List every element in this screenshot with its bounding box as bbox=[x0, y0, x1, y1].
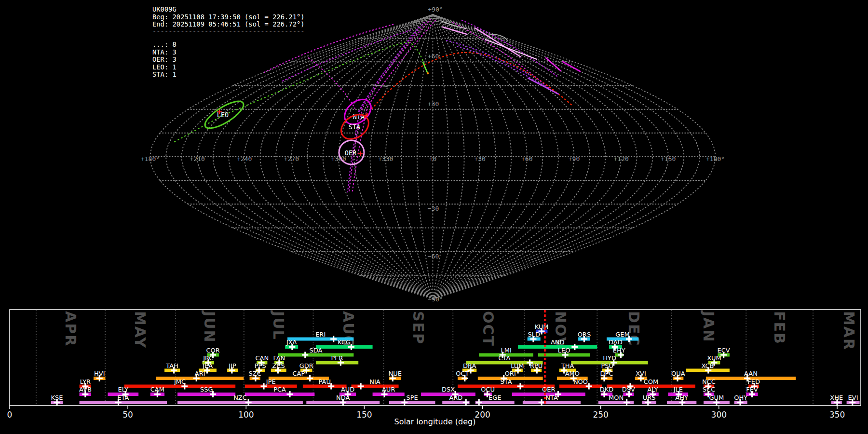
month-label-OCT: OCT bbox=[480, 311, 497, 347]
shower-label-EHY: EHY bbox=[613, 347, 625, 354]
x-axis: Solar longitude (deg) 050100150200250300… bbox=[7, 406, 845, 426]
shower-label-NOO: NOO bbox=[573, 378, 588, 385]
lat-label: +60 bbox=[428, 53, 439, 60]
shower-activity-bars: KUMERISLDORSGEMJXAKCGANDDADCORSDALMILEOE… bbox=[51, 323, 860, 406]
shower-bar-NOO bbox=[559, 385, 602, 388]
shower-label-JPE: JPE bbox=[266, 378, 276, 385]
shower-label-GEM: GEM bbox=[615, 331, 630, 338]
shower-label-AMO: AMO bbox=[565, 370, 580, 377]
count-OER: OER: 3 bbox=[152, 55, 176, 63]
shower-label-THA: THA bbox=[561, 362, 574, 369]
shower-NUE: NUE bbox=[388, 370, 401, 381]
shower-label-CAP: CAP bbox=[292, 370, 305, 377]
shower-label-URS: URS bbox=[643, 394, 656, 401]
shower-CAM: CAM bbox=[150, 386, 164, 397]
lon-label: +60 bbox=[521, 155, 532, 163]
x-tick-label: 350 bbox=[829, 410, 845, 420]
lon-label: +0 bbox=[429, 155, 437, 163]
shower-EGE: EGE bbox=[475, 394, 515, 406]
shower-label-NIA: NIA bbox=[369, 378, 380, 385]
shower-label-JXA: JXA bbox=[286, 339, 297, 346]
shower-JXA: JXA bbox=[285, 339, 298, 350]
month-label-FEB: FEB bbox=[771, 311, 788, 345]
lat-label: +30 bbox=[428, 100, 439, 108]
shower-bar-PCA bbox=[245, 393, 315, 396]
shower-bar-JPE bbox=[245, 385, 297, 388]
shower-count-list: ...: 8NTA: 3OER: 3LEO: 1STA: 1 bbox=[152, 41, 176, 78]
meteor-trail-3 bbox=[486, 40, 537, 59]
station-info-block: UK009G Beg: 20251108 17:39:50 (sol = 226… bbox=[152, 5, 305, 78]
shower-ORS: ORS bbox=[578, 331, 591, 342]
shower-label-COM: COM bbox=[644, 378, 659, 385]
count-LEO: LEO: 1 bbox=[152, 63, 176, 71]
shower-label-JLE: JLE bbox=[673, 386, 683, 393]
lon-label: +270 bbox=[284, 155, 299, 163]
separator-line: -------------------------------------- bbox=[152, 27, 305, 35]
shower-label-ORI: ORI bbox=[505, 370, 516, 377]
month-label-DEC: DEC bbox=[625, 311, 642, 346]
shower-label-MON: MON bbox=[609, 394, 624, 401]
shower-label-SDA: SDA bbox=[309, 347, 322, 354]
lon-label: +30 bbox=[474, 155, 485, 163]
month-label-JUN: JUN bbox=[201, 310, 218, 343]
plot-canvas: +90° −90° +180°+150+120+90+60+30+0+330+3… bbox=[0, 0, 868, 434]
shower-label-ARD: ARD bbox=[449, 394, 462, 401]
shower-XCB: XCB bbox=[686, 362, 730, 374]
shower-label-STA: STA bbox=[501, 378, 512, 385]
shower-bar-SPE bbox=[389, 401, 435, 404]
trail-end-dot bbox=[427, 72, 429, 74]
shower-bar-SSG bbox=[177, 393, 235, 396]
shower-label-PAU: PAU bbox=[319, 378, 331, 385]
shower-bar-PAU bbox=[303, 385, 347, 388]
shower-label-ERI: ERI bbox=[315, 331, 326, 338]
shower-XHE: XHE bbox=[830, 394, 843, 406]
shower-label-NUE: NUE bbox=[388, 370, 401, 377]
count-dotdotdot: ...: 8 bbox=[152, 41, 176, 48]
shower-label-EGE: EGE bbox=[488, 394, 502, 401]
shower-FEV: FEV bbox=[746, 386, 758, 397]
lon-label: +240 bbox=[237, 155, 252, 163]
shower-TAH: TAH bbox=[164, 362, 180, 374]
shower-label-LEO: LEO bbox=[558, 347, 570, 354]
month-label-JAN: JAN bbox=[700, 310, 717, 343]
pole-label-north: +90° bbox=[428, 6, 443, 13]
month-label-MAR: MAR bbox=[841, 311, 857, 351]
radiant-map-screenshot: +90° −90° +180°+150+120+90+60+30+0+330+3… bbox=[0, 0, 868, 434]
month-label-APR: APR bbox=[62, 311, 79, 347]
lon-label: +120 bbox=[614, 155, 629, 163]
lon-label: +180° bbox=[141, 155, 160, 163]
shower-label-DSX: DSX bbox=[442, 386, 455, 393]
shower-bar-AUR bbox=[373, 393, 405, 396]
x-tick-label: 50 bbox=[122, 410, 133, 420]
shower-label-ELY: ELY bbox=[118, 386, 128, 393]
shower-label-PPS: PPS bbox=[255, 362, 266, 369]
shower-URS: URS bbox=[642, 394, 656, 406]
lon-label: +210 bbox=[190, 155, 205, 163]
lon-label: +150 bbox=[661, 155, 676, 163]
session-begin: Beg: 20251108 17:39:50 (sol = 226.21°) bbox=[152, 13, 305, 21]
shower-RPU: RPU bbox=[530, 362, 542, 374]
month-label-MAY: MAY bbox=[132, 311, 149, 349]
pole-label-south: −90° bbox=[428, 296, 443, 303]
shower-HVI: HVI bbox=[94, 370, 106, 381]
shower-DPC: DPC bbox=[600, 370, 613, 381]
shower-label-TAH: TAH bbox=[165, 362, 178, 369]
x-axis-title: Solar longitude (deg) bbox=[394, 417, 476, 426]
shower-SZC: SZC bbox=[249, 370, 261, 381]
x-tick-label: 150 bbox=[356, 410, 372, 420]
shower-bar-JMC bbox=[124, 385, 235, 388]
shower-label-SPE: SPE bbox=[407, 394, 418, 401]
shower-EVI: EVI bbox=[847, 394, 860, 406]
shower-label-SSG: SSG bbox=[200, 386, 213, 393]
shower-QUA: QUA bbox=[671, 370, 685, 381]
shower-label-PCA: PCA bbox=[273, 386, 286, 393]
x-tick-label: 100 bbox=[238, 410, 254, 420]
activity-timeline: APRMAYJUNJULAUGSEPOCTNOVDECJANFEBMAR KUM… bbox=[7, 310, 861, 426]
station-id: UK009G bbox=[152, 5, 176, 13]
lon-label: +180° bbox=[706, 155, 725, 163]
lon-label: +90 bbox=[569, 155, 580, 163]
count-STA: STA: 1 bbox=[152, 70, 176, 78]
shower-NDA: NDA bbox=[306, 394, 380, 406]
x-tick-label: 200 bbox=[475, 410, 490, 420]
shower-bar-KCG bbox=[316, 345, 373, 349]
